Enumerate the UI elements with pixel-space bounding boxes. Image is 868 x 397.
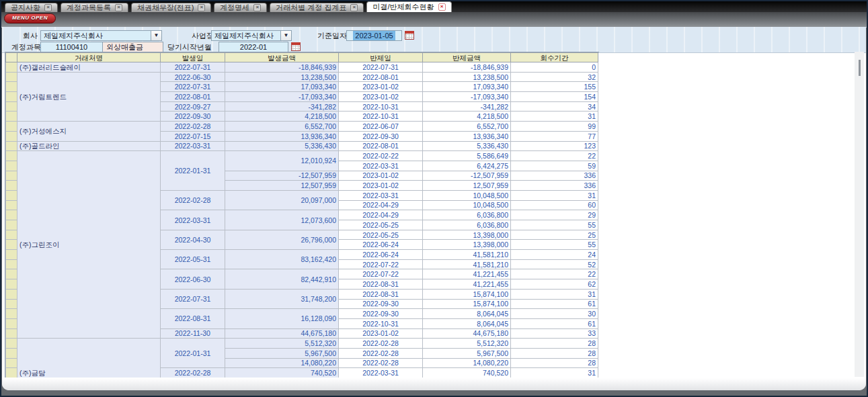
collection-days-cell[interactable]: 22	[511, 151, 598, 161]
settlement-amount-cell[interactable]: 6,036,800	[423, 210, 511, 220]
occurrence-amount-cell[interactable]: 740,520	[225, 368, 339, 378]
settlement-amount-cell[interactable]: 10,048,500	[423, 200, 511, 210]
collection-days-cell[interactable]: 31	[511, 368, 598, 378]
settlement-amount-cell[interactable]: 17,093,340	[423, 82, 511, 92]
settlement-date-cell[interactable]: 2022-03-31	[339, 190, 423, 200]
settlement-amount-cell[interactable]: 4,218,500	[423, 112, 511, 122]
occurrence-amount-cell[interactable]: 17,093,340	[225, 82, 339, 92]
settlement-amount-cell[interactable]: 13,936,340	[423, 131, 511, 141]
occurrence-amount-cell[interactable]: 31,748,200	[225, 289, 339, 308]
vertical-scrollbar[interactable]	[855, 52, 864, 377]
settlement-date-cell[interactable]: 2022-08-01	[339, 72, 423, 82]
settlement-amount-cell[interactable]: 41,581,210	[423, 259, 511, 269]
collection-days-cell[interactable]: 62	[511, 279, 598, 290]
occurrence-date-cell[interactable]: 2022-06-30	[161, 269, 225, 289]
collection-days-cell[interactable]: 0	[511, 62, 598, 73]
row-selector[interactable]	[6, 309, 17, 319]
close-icon[interactable]: ×	[253, 4, 261, 11]
occurrence-amount-cell[interactable]: 26,796,000	[225, 230, 339, 249]
occurrence-date-cell[interactable]: 2022-07-31	[161, 289, 225, 308]
settlement-date-cell[interactable]: 2022-07-22	[339, 269, 423, 279]
tab-2[interactable]: 계정과목등록×	[61, 3, 128, 12]
settlement-date-cell[interactable]: 2022-07-22	[339, 259, 423, 269]
settlement-amount-cell[interactable]: 6,552,700	[423, 122, 511, 132]
customer-name-cell[interactable]: (주)금담	[17, 339, 161, 378]
row-selector[interactable]	[6, 299, 17, 309]
collection-days-cell[interactable]: 28	[511, 339, 598, 349]
settlement-date-cell[interactable]: 2022-06-24	[339, 240, 423, 250]
settlement-amount-cell[interactable]: 15,874,100	[423, 289, 511, 299]
settlement-date-cell[interactable]: 2023-01-02	[339, 181, 423, 191]
account-code-input[interactable]: 11100410	[40, 42, 103, 52]
row-selector[interactable]	[6, 250, 17, 260]
close-icon[interactable]: ×	[44, 4, 52, 11]
collection-days-cell[interactable]: 77	[511, 131, 598, 141]
row-selector[interactable]	[6, 240, 17, 250]
settlement-amount-cell[interactable]: 41,221,455	[423, 269, 511, 279]
collection-days-cell[interactable]: 55	[511, 220, 598, 230]
close-icon[interactable]: ×	[115, 4, 122, 11]
settlement-amount-cell[interactable]: 13,398,000	[423, 240, 511, 250]
settlement-amount-cell[interactable]: 14,080,220	[423, 358, 511, 368]
settlement-date-cell[interactable]: 2022-04-29	[339, 210, 423, 220]
settlement-date-cell[interactable]: 2023-01-02	[339, 92, 423, 102]
tab-3[interactable]: 채권채무장(전표)×	[131, 3, 211, 12]
settlement-date-cell[interactable]: 2022-09-30	[339, 309, 423, 319]
collection-days-cell[interactable]: 33	[511, 328, 598, 339]
scrollbar-thumb[interactable]	[859, 60, 861, 76]
settlement-amount-cell[interactable]: 5,512,320	[423, 339, 511, 349]
customer-name-cell[interactable]: (주)골드라인	[17, 141, 161, 151]
occurrence-date-cell[interactable]: 2022-07-31	[161, 62, 225, 73]
occurrence-amount-cell[interactable]: 12,073,600	[225, 210, 339, 230]
collection-days-cell[interactable]: 123	[511, 141, 598, 151]
settlement-amount-cell[interactable]: 6,424,275	[423, 161, 511, 171]
collection-days-cell[interactable]: 28	[511, 348, 598, 358]
settlement-amount-cell[interactable]: -18,846,939	[423, 62, 511, 73]
occurrence-date-cell[interactable]: 2022-01-31	[161, 151, 225, 191]
occurrence-amount-cell[interactable]: -341,282	[225, 101, 339, 112]
settlement-date-cell[interactable]: 2022-02-28	[339, 339, 423, 349]
occurrence-amount-cell[interactable]: 13,238,500	[225, 72, 339, 82]
collection-days-cell[interactable]: 61	[511, 318, 598, 328]
settlement-date-cell[interactable]: 2022-04-29	[339, 200, 423, 210]
row-selector[interactable]	[6, 279, 17, 290]
settlement-amount-cell[interactable]: 5,967,500	[423, 348, 511, 358]
occurrence-date-cell[interactable]: 2022-06-30	[161, 72, 225, 82]
calendar-icon[interactable]	[405, 31, 414, 40]
tab-6[interactable]: 미결/반제회수현황×	[366, 1, 451, 12]
row-selector[interactable]	[6, 82, 17, 92]
settlement-date-cell[interactable]: 2023-01-02	[339, 328, 423, 339]
collection-days-cell[interactable]: 155	[511, 82, 598, 92]
row-selector[interactable]	[6, 220, 17, 230]
collection-days-cell[interactable]: 336	[511, 171, 598, 181]
occurrence-amount-cell[interactable]: 6,552,700	[225, 122, 339, 132]
customer-name-cell[interactable]: (주)거성에스지	[17, 122, 161, 141]
row-selector[interactable]	[6, 101, 17, 112]
menu-open-button[interactable]: MENU OPEN	[4, 13, 56, 24]
collection-days-cell[interactable]: 22	[511, 269, 598, 279]
collection-days-cell[interactable]: 25	[511, 230, 598, 240]
settlement-date-cell[interactable]: 2022-06-24	[339, 250, 423, 260]
collection-days-cell[interactable]: 34	[511, 101, 598, 112]
occurrence-amount-cell[interactable]: 14,080,220	[225, 358, 339, 368]
settlement-date-cell[interactable]: 2022-02-22	[339, 151, 423, 161]
row-selector[interactable]	[6, 269, 17, 279]
settlement-date-cell[interactable]: 2022-07-31	[339, 62, 423, 73]
settlement-amount-cell[interactable]: 13,238,500	[423, 72, 511, 82]
row-selector[interactable]	[6, 171, 17, 181]
occurrence-date-cell[interactable]: 2022-09-30	[161, 112, 225, 122]
row-selector[interactable]	[6, 348, 17, 358]
collection-days-cell[interactable]: 31	[511, 289, 598, 299]
settlement-date-cell[interactable]: 2023-01-02	[339, 82, 423, 92]
settlement-amount-cell[interactable]: -12,507,959	[423, 171, 511, 181]
settlement-date-cell[interactable]: 2022-08-01	[339, 141, 423, 151]
occurrence-date-cell[interactable]: 2022-11-30	[161, 328, 225, 339]
settlement-amount-cell[interactable]: -341,282	[423, 101, 511, 112]
row-selector[interactable]	[6, 181, 17, 191]
customer-name-cell[interactable]: (주)갤러리드슬레이	[17, 62, 161, 73]
collection-days-cell[interactable]: 60	[511, 200, 598, 210]
occurrence-amount-cell[interactable]: 5,512,320	[225, 339, 339, 349]
close-icon[interactable]: ×	[438, 3, 446, 11]
settlement-date-cell[interactable]: 2022-05-25	[339, 230, 423, 240]
row-selector[interactable]	[6, 122, 17, 132]
